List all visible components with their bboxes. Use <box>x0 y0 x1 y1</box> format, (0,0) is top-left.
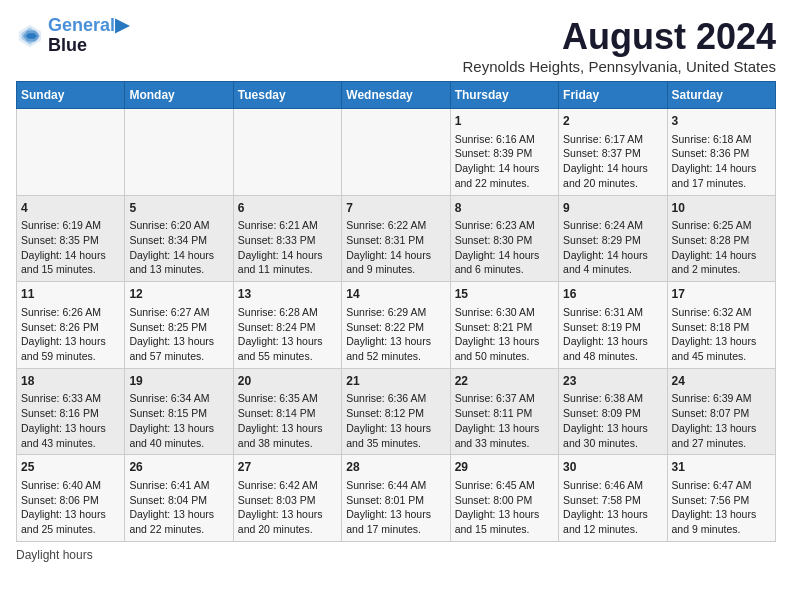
calendar-cell: 2Sunrise: 6:17 AM Sunset: 8:37 PM Daylig… <box>559 109 667 196</box>
day-number: 29 <box>455 459 554 476</box>
day-number: 13 <box>238 286 337 303</box>
day-info: Sunrise: 6:40 AM Sunset: 8:06 PM Dayligh… <box>21 478 120 537</box>
logo-accent: ▶ <box>115 15 129 35</box>
calendar-cell: 26Sunrise: 6:41 AM Sunset: 8:04 PM Dayli… <box>125 455 233 542</box>
day-number: 12 <box>129 286 228 303</box>
calendar-cell <box>125 109 233 196</box>
calendar-cell: 3Sunrise: 6:18 AM Sunset: 8:36 PM Daylig… <box>667 109 775 196</box>
footer-text: Daylight hours <box>16 548 93 562</box>
subtitle: Reynolds Heights, Pennsylvania, United S… <box>462 58 776 75</box>
day-info: Sunrise: 6:31 AM Sunset: 8:19 PM Dayligh… <box>563 305 662 364</box>
day-number: 30 <box>563 459 662 476</box>
calendar-cell: 16Sunrise: 6:31 AM Sunset: 8:19 PM Dayli… <box>559 282 667 369</box>
day-info: Sunrise: 6:47 AM Sunset: 7:56 PM Dayligh… <box>672 478 771 537</box>
calendar-cell: 6Sunrise: 6:21 AM Sunset: 8:33 PM Daylig… <box>233 195 341 282</box>
day-number: 25 <box>21 459 120 476</box>
day-info: Sunrise: 6:28 AM Sunset: 8:24 PM Dayligh… <box>238 305 337 364</box>
day-number: 4 <box>21 200 120 217</box>
calendar-cell: 11Sunrise: 6:26 AM Sunset: 8:26 PM Dayli… <box>17 282 125 369</box>
day-info: Sunrise: 6:25 AM Sunset: 8:28 PM Dayligh… <box>672 218 771 277</box>
calendar-cell: 19Sunrise: 6:34 AM Sunset: 8:15 PM Dayli… <box>125 368 233 455</box>
calendar-cell: 21Sunrise: 6:36 AM Sunset: 8:12 PM Dayli… <box>342 368 450 455</box>
header-cell-saturday: Saturday <box>667 82 775 109</box>
day-info: Sunrise: 6:44 AM Sunset: 8:01 PM Dayligh… <box>346 478 445 537</box>
week-row-4: 18Sunrise: 6:33 AM Sunset: 8:16 PM Dayli… <box>17 368 776 455</box>
logo-text: General▶ Blue <box>48 16 129 56</box>
day-info: Sunrise: 6:34 AM Sunset: 8:15 PM Dayligh… <box>129 391 228 450</box>
calendar-cell: 24Sunrise: 6:39 AM Sunset: 8:07 PM Dayli… <box>667 368 775 455</box>
header-cell-thursday: Thursday <box>450 82 558 109</box>
logo-line2: Blue <box>48 36 129 56</box>
header-cell-monday: Monday <box>125 82 233 109</box>
calendar-cell: 27Sunrise: 6:42 AM Sunset: 8:03 PM Dayli… <box>233 455 341 542</box>
day-info: Sunrise: 6:16 AM Sunset: 8:39 PM Dayligh… <box>455 132 554 191</box>
day-number: 2 <box>563 113 662 130</box>
day-number: 22 <box>455 373 554 390</box>
day-number: 9 <box>563 200 662 217</box>
calendar-cell: 8Sunrise: 6:23 AM Sunset: 8:30 PM Daylig… <box>450 195 558 282</box>
day-info: Sunrise: 6:46 AM Sunset: 7:58 PM Dayligh… <box>563 478 662 537</box>
day-number: 11 <box>21 286 120 303</box>
calendar-table: SundayMondayTuesdayWednesdayThursdayFrid… <box>16 81 776 542</box>
week-row-3: 11Sunrise: 6:26 AM Sunset: 8:26 PM Dayli… <box>17 282 776 369</box>
day-number: 3 <box>672 113 771 130</box>
day-number: 26 <box>129 459 228 476</box>
calendar-cell: 7Sunrise: 6:22 AM Sunset: 8:31 PM Daylig… <box>342 195 450 282</box>
calendar-cell: 5Sunrise: 6:20 AM Sunset: 8:34 PM Daylig… <box>125 195 233 282</box>
day-number: 5 <box>129 200 228 217</box>
calendar-cell: 18Sunrise: 6:33 AM Sunset: 8:16 PM Dayli… <box>17 368 125 455</box>
day-info: Sunrise: 6:29 AM Sunset: 8:22 PM Dayligh… <box>346 305 445 364</box>
header-cell-friday: Friday <box>559 82 667 109</box>
header-cell-tuesday: Tuesday <box>233 82 341 109</box>
week-row-1: 1Sunrise: 6:16 AM Sunset: 8:39 PM Daylig… <box>17 109 776 196</box>
day-info: Sunrise: 6:33 AM Sunset: 8:16 PM Dayligh… <box>21 391 120 450</box>
calendar-cell: 28Sunrise: 6:44 AM Sunset: 8:01 PM Dayli… <box>342 455 450 542</box>
calendar-cell: 4Sunrise: 6:19 AM Sunset: 8:35 PM Daylig… <box>17 195 125 282</box>
calendar-cell: 13Sunrise: 6:28 AM Sunset: 8:24 PM Dayli… <box>233 282 341 369</box>
day-info: Sunrise: 6:32 AM Sunset: 8:18 PM Dayligh… <box>672 305 771 364</box>
logo-line1: General <box>48 15 115 35</box>
calendar-cell: 14Sunrise: 6:29 AM Sunset: 8:22 PM Dayli… <box>342 282 450 369</box>
day-info: Sunrise: 6:17 AM Sunset: 8:37 PM Dayligh… <box>563 132 662 191</box>
day-number: 21 <box>346 373 445 390</box>
day-number: 27 <box>238 459 337 476</box>
calendar-cell <box>233 109 341 196</box>
calendar-cell: 25Sunrise: 6:40 AM Sunset: 8:06 PM Dayli… <box>17 455 125 542</box>
header-cell-wednesday: Wednesday <box>342 82 450 109</box>
day-number: 10 <box>672 200 771 217</box>
calendar-cell: 1Sunrise: 6:16 AM Sunset: 8:39 PM Daylig… <box>450 109 558 196</box>
day-info: Sunrise: 6:21 AM Sunset: 8:33 PM Dayligh… <box>238 218 337 277</box>
day-number: 16 <box>563 286 662 303</box>
calendar-body: 1Sunrise: 6:16 AM Sunset: 8:39 PM Daylig… <box>17 109 776 542</box>
title-block: August 2024 Reynolds Heights, Pennsylvan… <box>462 16 776 75</box>
calendar-cell: 29Sunrise: 6:45 AM Sunset: 8:00 PM Dayli… <box>450 455 558 542</box>
calendar-cell: 9Sunrise: 6:24 AM Sunset: 8:29 PM Daylig… <box>559 195 667 282</box>
calendar-cell: 30Sunrise: 6:46 AM Sunset: 7:58 PM Dayli… <box>559 455 667 542</box>
calendar-header: SundayMondayTuesdayWednesdayThursdayFrid… <box>17 82 776 109</box>
day-info: Sunrise: 6:37 AM Sunset: 8:11 PM Dayligh… <box>455 391 554 450</box>
day-number: 31 <box>672 459 771 476</box>
day-info: Sunrise: 6:45 AM Sunset: 8:00 PM Dayligh… <box>455 478 554 537</box>
logo-icon <box>16 22 44 50</box>
day-info: Sunrise: 6:18 AM Sunset: 8:36 PM Dayligh… <box>672 132 771 191</box>
calendar-cell: 31Sunrise: 6:47 AM Sunset: 7:56 PM Dayli… <box>667 455 775 542</box>
week-row-5: 25Sunrise: 6:40 AM Sunset: 8:06 PM Dayli… <box>17 455 776 542</box>
day-info: Sunrise: 6:23 AM Sunset: 8:30 PM Dayligh… <box>455 218 554 277</box>
day-number: 14 <box>346 286 445 303</box>
day-number: 23 <box>563 373 662 390</box>
day-number: 18 <box>21 373 120 390</box>
calendar-cell: 22Sunrise: 6:37 AM Sunset: 8:11 PM Dayli… <box>450 368 558 455</box>
header-row: SundayMondayTuesdayWednesdayThursdayFrid… <box>17 82 776 109</box>
day-info: Sunrise: 6:39 AM Sunset: 8:07 PM Dayligh… <box>672 391 771 450</box>
calendar-cell: 12Sunrise: 6:27 AM Sunset: 8:25 PM Dayli… <box>125 282 233 369</box>
day-info: Sunrise: 6:30 AM Sunset: 8:21 PM Dayligh… <box>455 305 554 364</box>
logo: General▶ Blue <box>16 16 129 56</box>
day-number: 6 <box>238 200 337 217</box>
day-info: Sunrise: 6:24 AM Sunset: 8:29 PM Dayligh… <box>563 218 662 277</box>
day-info: Sunrise: 6:35 AM Sunset: 8:14 PM Dayligh… <box>238 391 337 450</box>
calendar-cell: 20Sunrise: 6:35 AM Sunset: 8:14 PM Dayli… <box>233 368 341 455</box>
day-number: 17 <box>672 286 771 303</box>
calendar-cell: 23Sunrise: 6:38 AM Sunset: 8:09 PM Dayli… <box>559 368 667 455</box>
week-row-2: 4Sunrise: 6:19 AM Sunset: 8:35 PM Daylig… <box>17 195 776 282</box>
calendar-cell <box>17 109 125 196</box>
